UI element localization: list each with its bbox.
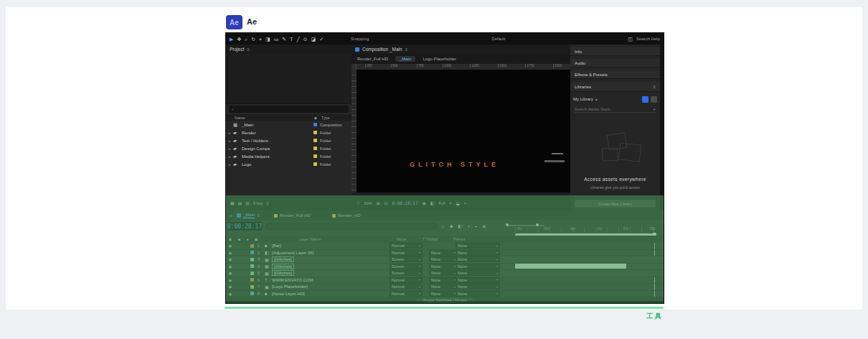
workspace-label[interactable]: Default bbox=[491, 37, 505, 41]
info-panel-tab[interactable]: Info bbox=[570, 47, 660, 56]
layer-row-1[interactable]: ◉ 1 ■ [Bar] Normal▾ None▾ bbox=[226, 243, 664, 250]
eye-icon[interactable]: ◉ bbox=[226, 251, 235, 255]
project-item-render[interactable]: ▸▰ Render Folder bbox=[226, 129, 352, 136]
zoom-out-handle[interactable] bbox=[506, 223, 509, 226]
camera-tool-icon[interactable]: ⌖ bbox=[259, 37, 262, 42]
layer-label-color[interactable] bbox=[250, 264, 254, 268]
zoom-tool-icon[interactable]: ⌕ bbox=[245, 37, 247, 42]
hide-shy-icon[interactable]: ◧ bbox=[458, 223, 462, 228]
parent-dropdown[interactable]: None▾ bbox=[456, 256, 500, 262]
project-panel-tab[interactable]: Project ≡ bbox=[226, 45, 352, 54]
layer-name[interactable]: [Logo Placeholder] bbox=[272, 284, 308, 289]
layer-name[interactable]: [Glitches] bbox=[272, 270, 294, 276]
draft-3d-icon[interactable]: ◆ bbox=[450, 223, 453, 228]
audio-panel-tab[interactable]: Audio bbox=[570, 59, 660, 68]
parent-dropdown[interactable]: None▾ bbox=[456, 264, 500, 269]
composition-viewer[interactable]: GLITCH STYLE bbox=[357, 70, 570, 192]
label-color[interactable] bbox=[313, 162, 317, 166]
project-item-media-helpers[interactable]: ▸▰ Media Helpers Folder bbox=[226, 152, 352, 160]
new-folder-icon[interactable]: ▤ bbox=[238, 200, 242, 205]
trkmat-dropdown[interactable]: None▾ bbox=[429, 270, 458, 276]
mode-dropdown[interactable]: Normal▾ bbox=[390, 243, 423, 249]
project-item-logo[interactable]: ▸▰ Logo Folder bbox=[226, 160, 352, 168]
layer-row-3[interactable]: ◉ 3 ▦ [Glitches] Screen▾ None▾ None▾ bbox=[226, 256, 664, 264]
stock-search-input[interactable]: Search Adobe Stock ▸ bbox=[575, 106, 656, 113]
hand-tool-icon[interactable]: ✥ bbox=[237, 37, 241, 42]
timeline-tab-render-hd[interactable]: Render_HD bbox=[332, 213, 361, 218]
brush-tool-icon[interactable]: ╱ bbox=[296, 37, 299, 42]
search-help-field[interactable]: Search Help bbox=[636, 37, 660, 41]
layer-label-color[interactable] bbox=[250, 285, 254, 289]
layer-row-8[interactable]: ◉ 8 ■ [Noise Layer HD] Normal▾ None▾ Non… bbox=[226, 291, 664, 298]
timeline-timecode[interactable]: 0:00:28:17 bbox=[227, 222, 262, 231]
panel-menu-icon[interactable]: ≡ bbox=[405, 47, 408, 52]
layer-label-color[interactable] bbox=[250, 271, 254, 275]
timeline-ruler[interactable]: :00s05s 10s15s 20s25s bbox=[515, 227, 656, 233]
panel-toggle-icon[interactable]: ◫ bbox=[628, 37, 633, 42]
trkmat-dropdown[interactable]: None▾ bbox=[429, 264, 458, 269]
panel-menu-icon[interactable]: ≡ bbox=[247, 47, 250, 52]
timeline-columns-header[interactable]: ◉ ◀ ● ▣ Layer Name Mode T TrkMat Parent bbox=[226, 236, 664, 243]
fast-previews-icon[interactable]: ◐ bbox=[464, 201, 467, 205]
layer-label-color[interactable] bbox=[250, 278, 254, 282]
comp-timecode[interactable]: 0:00:28:17 bbox=[392, 200, 418, 205]
delete-icon[interactable]: ▯ bbox=[266, 200, 268, 205]
puppet-pin-tool-icon[interactable]: ✓ bbox=[319, 37, 324, 42]
layer-label-color[interactable] bbox=[250, 251, 254, 254]
selection-tool-icon[interactable]: ▶ bbox=[230, 37, 233, 42]
parent-dropdown[interactable]: None▾ bbox=[456, 270, 500, 276]
grid-view-button[interactable] bbox=[642, 96, 648, 103]
label-color[interactable] bbox=[313, 154, 317, 158]
panel-menu-icon[interactable]: ≡ bbox=[653, 85, 656, 89]
resolution-select[interactable]: Full bbox=[439, 201, 445, 205]
layer-label-color[interactable] bbox=[250, 244, 254, 248]
parent-dropdown[interactable]: None▾ bbox=[456, 250, 500, 256]
pen-tool-icon[interactable]: ✎ bbox=[282, 37, 286, 42]
layer-name[interactable]: [Glitches] bbox=[272, 256, 294, 262]
trkmat-dropdown[interactable]: None▾ bbox=[429, 277, 458, 283]
project-item-main[interactable]: ▦ _Main Composition bbox=[226, 121, 352, 129]
effects-presets-panel-tab[interactable]: Effects & Presets bbox=[570, 70, 660, 79]
label-color[interactable] bbox=[313, 123, 317, 126]
timeline-zoom-slider[interactable] bbox=[507, 225, 544, 226]
mode-dropdown[interactable]: Screen▾ bbox=[390, 256, 423, 262]
layer-label-color[interactable] bbox=[250, 258, 254, 261]
zoom-level-select[interactable]: 50% bbox=[364, 201, 372, 205]
grid-guides-icon[interactable]: ⊞ bbox=[376, 200, 379, 205]
create-library-button[interactable]: Create New Library bbox=[575, 200, 656, 208]
roto-brush-tool-icon[interactable]: ◪ bbox=[311, 37, 316, 42]
rotation-tool-icon[interactable]: ↻ bbox=[251, 37, 255, 42]
eye-icon[interactable]: ◉ bbox=[226, 292, 235, 296]
layer-label-color[interactable] bbox=[250, 292, 254, 295]
eye-icon[interactable]: ◉ bbox=[226, 271, 235, 275]
clone-stamp-tool-icon[interactable]: ⊙ bbox=[303, 37, 308, 42]
mode-dropdown[interactable]: Normal▾ bbox=[390, 291, 423, 297]
layer-row-2[interactable]: ◉ 2 ◧ [Adjustment Layer 36] Normal▾ None… bbox=[226, 250, 664, 257]
interpret-footage-icon[interactable]: ▦ bbox=[230, 200, 235, 205]
pan-behind-tool-icon[interactable]: ◨ bbox=[265, 37, 270, 42]
parent-dropdown[interactable]: None▾ bbox=[456, 284, 500, 289]
project-item-text-holders[interactable]: ▸▰ Text / Holders Folder bbox=[226, 136, 352, 144]
new-composition-icon[interactable]: ▥ bbox=[245, 200, 250, 205]
motion-blur-icon[interactable]: ◒ bbox=[475, 224, 478, 228]
graph-editor-icon[interactable]: ⊞ bbox=[482, 223, 486, 228]
list-view-button[interactable] bbox=[651, 96, 657, 103]
project-columns-header[interactable]: Name ◆ Type bbox=[226, 114, 352, 121]
close-icon[interactable]: ✕ bbox=[229, 213, 232, 218]
eye-icon[interactable]: ◉ bbox=[226, 257, 235, 261]
frame-blending-icon[interactable]: ◑ bbox=[467, 224, 470, 228]
parent-dropdown[interactable]: None▾ bbox=[456, 277, 500, 283]
zoom-in-handle[interactable] bbox=[536, 223, 539, 226]
composition-panel-tab[interactable]: Composition _Main ≡ bbox=[352, 45, 570, 54]
parent-dropdown[interactable]: None▾ bbox=[456, 291, 500, 297]
mask-visibility-icon[interactable]: ⊡ bbox=[384, 200, 387, 205]
layer-name[interactable]: [Bar] bbox=[272, 243, 281, 248]
viewer-tab-render-full-hd[interactable]: Render_Full HD bbox=[357, 57, 388, 61]
layer-name[interactable]: [Adjustment Layer 36] bbox=[272, 251, 313, 255]
viewer-tab-logo-placeholder[interactable]: Logo Placeholder bbox=[423, 57, 456, 61]
snapping-toggle[interactable]: Snapping bbox=[351, 37, 369, 41]
layer-row-5[interactable]: ◉ 5 ▦ [Glitches] Screen▾ None▾ None▾ bbox=[226, 270, 664, 277]
project-color-depth[interactable]: 8 bpc bbox=[253, 201, 263, 205]
mode-dropdown[interactable]: Normal▾ bbox=[390, 284, 423, 289]
parent-dropdown[interactable]: None▾ bbox=[456, 243, 500, 249]
